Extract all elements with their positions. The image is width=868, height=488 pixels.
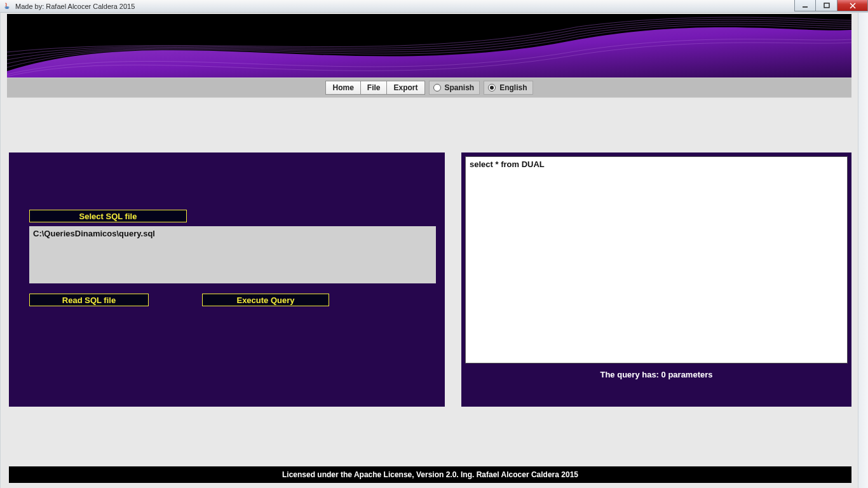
spanish-label: Spanish	[445, 83, 475, 92]
home-button[interactable]: Home	[325, 81, 360, 95]
svg-line-3	[850, 3, 855, 8]
select-sql-file-button[interactable]: Select SQL file	[29, 210, 187, 222]
query-textarea[interactable]	[465, 156, 848, 363]
language-english-radio[interactable]: English	[484, 81, 532, 95]
window-titlebar: Made by: Rafael Alcocer Caldera 2015	[0, 0, 868, 13]
footer-bar: Licensed under the Apache License, Versi…	[9, 466, 851, 483]
footer-text: Licensed under the Apache License, Versi…	[282, 470, 578, 479]
right-panel: The query has: 0 parameters	[461, 152, 851, 407]
execute-query-button[interactable]: Execute Query	[202, 294, 329, 306]
svg-rect-1	[824, 3, 829, 8]
read-sql-file-button[interactable]: Read SQL file	[29, 294, 149, 306]
vertical-scrollbar[interactable]	[858, 13, 868, 488]
maximize-button[interactable]	[816, 0, 837, 11]
app-body: Home File Export Spanish English Select …	[0, 13, 868, 488]
window-title: Made by: Rafael Alcocer Caldera 2015	[15, 3, 135, 10]
close-button[interactable]	[837, 0, 868, 11]
minimize-button[interactable]	[794, 0, 816, 11]
language-spanish-radio[interactable]: Spanish	[429, 81, 480, 95]
content-area: Home File Export Spanish English Select …	[1, 13, 858, 488]
radio-selected-icon	[488, 84, 496, 92]
sql-file-path-field[interactable]	[29, 226, 436, 283]
svg-line-2	[850, 3, 855, 8]
banner-image	[7, 14, 851, 78]
radio-unselected-icon	[433, 84, 441, 92]
menubar: Home File Export Spanish English	[7, 78, 851, 98]
file-button[interactable]: File	[361, 81, 388, 95]
window-buttons	[794, 0, 868, 12]
panels-row: Select SQL file Read SQL file Execute Qu…	[9, 152, 851, 407]
left-panel: Select SQL file Read SQL file Execute Qu…	[9, 152, 445, 407]
export-button[interactable]: Export	[387, 81, 424, 95]
java-icon	[3, 2, 11, 11]
parameters-count-label: The query has: 0 parameters	[465, 370, 848, 379]
english-label: English	[499, 83, 527, 92]
